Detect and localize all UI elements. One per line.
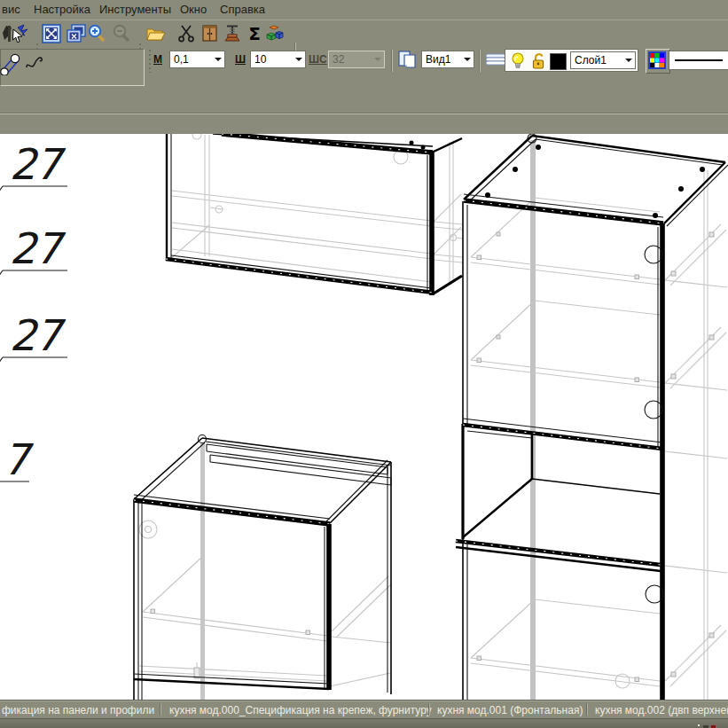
toolbar-grip[interactable]: [148, 50, 151, 73]
assembly-3d-icon[interactable]: [264, 24, 284, 43]
sigma-glyph: Σ: [245, 24, 264, 43]
line-width-combo[interactable]: 10: [250, 51, 306, 68]
tab-separator: [586, 703, 588, 716]
tab-separator: [428, 703, 430, 716]
tall-cabinet-hidden-edge: [530, 140, 536, 700]
open-folder-icon[interactable]: [145, 24, 165, 43]
chevron-down-icon[interactable]: [622, 59, 635, 62]
layer-controls-group: Слой1: [505, 49, 638, 72]
press-tool-icon[interactable]: [223, 24, 242, 43]
fit-view-icon[interactable]: [42, 24, 61, 43]
tab-dvp-view[interactable]: кухня мод.002 (двп верхнего: [595, 704, 728, 716]
main-toolbar: Σ: [0, 20, 728, 47]
line-style-sample: [675, 59, 723, 61]
dimension-callouts: 27 27 27 7: [0, 139, 67, 484]
toolbar-bottom-groove: [0, 113, 728, 114]
dim-label-2: 27: [9, 223, 67, 273]
step-value: 32: [329, 53, 372, 66]
step-combo-disabled: 32: [328, 51, 385, 68]
cascade-windows-icon[interactable]: [67, 24, 86, 43]
layer-color-swatch[interactable]: [550, 53, 567, 70]
dim-label-3: 27: [9, 310, 67, 360]
scissors-icon[interactable]: [177, 24, 197, 43]
dim-label-1: 27: [9, 139, 67, 189]
lamp-icon[interactable]: [509, 51, 528, 71]
menu-help[interactable]: Справка: [220, 3, 265, 16]
line-width-value: 10: [251, 53, 293, 66]
spline-curve-icon[interactable]: [25, 53, 44, 73]
toolbar-separator: [479, 50, 481, 72]
toolbar-separator: [391, 50, 393, 72]
select-cursor-icon[interactable]: [10, 24, 29, 43]
scale-combo[interactable]: 0,1: [169, 51, 225, 68]
view-value: Вид1: [422, 53, 461, 66]
tab-spec-hardware[interactable]: кухня мод.000_Спецификация на крепеж, фу…: [169, 704, 432, 716]
chevron-down-icon[interactable]: [212, 58, 224, 61]
chevron-down-icon[interactable]: [293, 58, 305, 61]
tangent-circles-icon[interactable]: [0, 52, 16, 72]
unlock-icon[interactable]: [529, 51, 549, 71]
sum-sigma-icon[interactable]: Σ: [245, 24, 264, 43]
layer-combo[interactable]: Слой1: [570, 51, 636, 69]
palette-tile: [646, 49, 670, 74]
cad-application-window: вис Настройка Инструменты Окно Справка: [0, 0, 728, 728]
document-tab-bar: фикация на панели и профили кухня мод.00…: [0, 700, 728, 719]
zoom-in-icon[interactable]: [87, 24, 106, 43]
tab-frontal-view[interactable]: кухня мод.001 (Фронтальная): [437, 704, 583, 716]
dim-label-4: 7: [3, 434, 35, 484]
chevron-down-icon: [372, 58, 384, 61]
base-cabinet-hidden-edge: [200, 443, 205, 700]
tab-separator: [160, 703, 161, 716]
drawing-canvas[interactable]: 27 27 27 7: [0, 134, 728, 700]
chevron-down-icon[interactable]: [461, 58, 474, 61]
wall-cabinet-drawing: [166, 134, 463, 295]
base-cabinet-drawing: [134, 435, 391, 701]
cabinet-wireframe-drawing: 27 27 27 7: [0, 134, 728, 700]
step-field-label: ШС: [309, 53, 327, 66]
status-bar: [0, 718, 728, 728]
menu-bar: вис Настройка Инструменты Окно Справка: [0, 0, 728, 20]
palette-icon[interactable]: [648, 51, 668, 71]
menu-window[interactable]: Окно: [180, 3, 207, 16]
view-combo[interactable]: Вид1: [421, 51, 474, 68]
layer-value: Слой1: [571, 54, 622, 67]
menu-service-partial[interactable]: вис: [2, 3, 20, 16]
status-mark: [698, 724, 700, 726]
scale-value: 0,1: [170, 53, 212, 66]
width-field-label: Ш: [235, 53, 246, 66]
menu-tools[interactable]: Инструменты: [99, 3, 171, 16]
zoom-out-icon[interactable]: [112, 24, 131, 43]
scale-field-label: М: [153, 53, 162, 66]
tab-spec-panels[interactable]: фикация на панели и профили: [2, 704, 154, 716]
tall-cabinet-drawing: [456, 134, 728, 700]
drawing-tools-panel: [0, 49, 145, 86]
menu-settings[interactable]: Настройка: [34, 3, 90, 16]
cabinet-icon[interactable]: [200, 24, 220, 43]
layers-icon[interactable]: [484, 50, 504, 69]
copy-sheets-icon[interactable]: [396, 49, 416, 68]
line-style-selector[interactable]: [669, 51, 728, 70]
